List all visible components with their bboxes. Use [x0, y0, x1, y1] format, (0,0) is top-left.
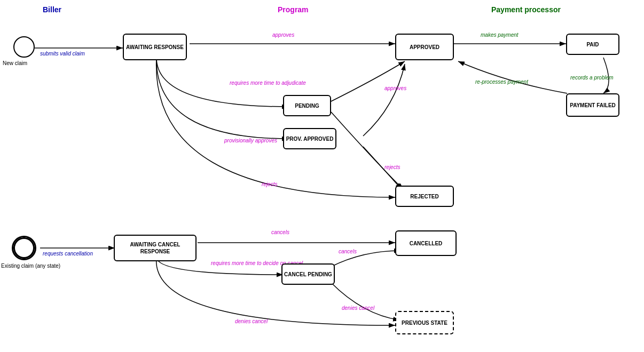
- awaiting-cancel-response-box: AWAITING CANCEL RESPONSE: [114, 235, 197, 261]
- existing-claim-label: Existing claim (any state): [1, 262, 60, 269]
- arrows-svg: [0, 0, 644, 352]
- diagram-container: Biller Program Payment processor: [0, 0, 644, 352]
- prov-approved-box: PROV. APPROVED: [283, 128, 336, 149]
- requests-cancellation-label: requests cancellation: [43, 251, 93, 257]
- requires-more-time-label: requires more time to adjudicate: [230, 80, 306, 86]
- submits-valid-claim-label: submits valid claim: [40, 51, 85, 57]
- new-claim-circle: [13, 36, 35, 58]
- pending-box: PENDING: [283, 95, 331, 116]
- re-processes-label: re-processes payment: [475, 79, 528, 85]
- rejected-box: REJECTED: [395, 186, 454, 207]
- cancelled-box: CANCELLED: [395, 230, 457, 256]
- cancel-pending-box: CANCEL PENDING: [281, 263, 335, 285]
- new-claim-label: New claim: [3, 60, 27, 67]
- existing-claim-circle: [12, 236, 36, 260]
- rejects-label: rejects: [262, 181, 277, 188]
- approves-label: approves: [272, 32, 294, 38]
- biller-label: Biller: [43, 5, 61, 14]
- makes-payment-label: makes payment: [481, 32, 519, 38]
- denies-cancel-label: denies cancel: [235, 318, 268, 325]
- denies-cancel2-label: denies cancel: [342, 305, 374, 311]
- approved-box: APPROVED: [395, 34, 454, 60]
- awaiting-response-box: AWAITING RESPONSE: [123, 34, 187, 60]
- approves2-label: approves: [384, 85, 406, 92]
- cancels2-label: cancels: [339, 249, 357, 255]
- provisionally-approves-label: provisionally approves: [224, 138, 277, 144]
- records-problem-label: records a problem: [570, 75, 614, 81]
- paid-box: PAID: [566, 34, 619, 55]
- program-label: Program: [278, 5, 309, 14]
- payment-label: Payment processor: [491, 5, 561, 14]
- rejects2-label: rejects: [384, 164, 400, 171]
- cancels-label: cancels: [271, 229, 289, 236]
- payment-failed-box: PAYMENT FAILED: [566, 93, 619, 117]
- previous-state-box: PREVIOUS STATE: [395, 311, 454, 334]
